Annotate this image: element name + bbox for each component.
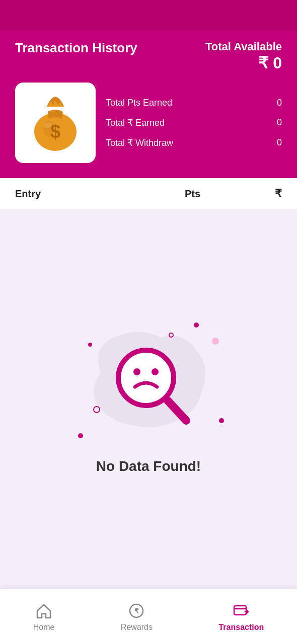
dot-3 xyxy=(78,433,83,438)
main-content: No Data Found! xyxy=(0,210,297,552)
home-nav-label: Home xyxy=(33,623,55,632)
circle-dot-2 xyxy=(169,333,174,338)
table-header: Entry Pts ₹ xyxy=(0,178,297,210)
svg-point-5 xyxy=(133,368,140,375)
nav-item-transaction[interactable]: Transaction xyxy=(218,602,264,632)
dot-1 xyxy=(194,323,199,328)
stat-pts-earned: Total Pts Earned 0 xyxy=(106,98,282,108)
page-title: Transaction History xyxy=(15,40,137,56)
svg-rect-10 xyxy=(234,606,246,615)
header-section: Transaction History Total Available ₹ 0 … xyxy=(0,30,297,178)
rewards-icon: ₹ xyxy=(127,602,145,620)
dot-2 xyxy=(88,343,92,347)
stats-list: Total Pts Earned 0 Total ₹ Earned 0 Tota… xyxy=(106,98,282,148)
svg-point-6 xyxy=(152,368,159,375)
no-data-text: No Data Found! xyxy=(96,458,201,474)
stat-rupee-withdraw: Total ₹ Withdraw 0 xyxy=(106,137,282,148)
total-available-label: Total Available xyxy=(205,40,282,53)
dot-5 xyxy=(219,418,224,423)
transaction-nav-label: Transaction xyxy=(218,623,264,632)
bottom-nav: Home ₹ Rewards Transaction xyxy=(0,589,297,644)
nav-item-home[interactable]: Home xyxy=(33,602,55,632)
home-icon xyxy=(35,602,53,620)
col-entry-header: Entry xyxy=(15,188,133,200)
circle-dot-1 xyxy=(93,406,100,413)
status-bar xyxy=(0,0,297,30)
svg-text:₹: ₹ xyxy=(134,607,139,615)
total-available-value: ₹ 0 xyxy=(205,53,282,72)
dot-4 xyxy=(212,338,219,345)
transaction-icon xyxy=(232,602,250,620)
col-rupee-header: ₹ xyxy=(252,187,282,200)
col-pts-header: Pts xyxy=(133,188,252,200)
money-bag-icon: $ xyxy=(15,83,96,163)
no-data-container: No Data Found! xyxy=(68,317,229,474)
nav-item-rewards[interactable]: ₹ Rewards xyxy=(121,602,153,632)
rewards-nav-label: Rewards xyxy=(121,623,153,632)
svg-text:$: $ xyxy=(50,121,60,142)
no-data-illustration xyxy=(76,323,221,443)
stat-rupee-earned: Total ₹ Earned 0 xyxy=(106,117,282,128)
